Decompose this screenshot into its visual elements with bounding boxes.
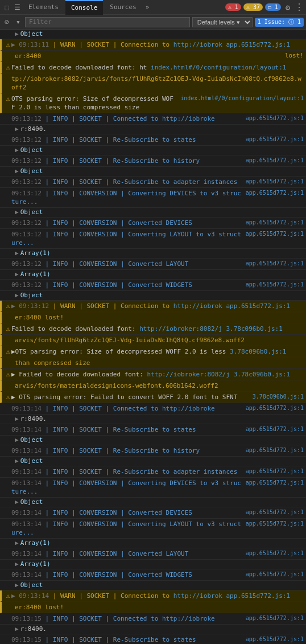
log-source[interactable]: app.6515d772.js:1: [246, 549, 304, 556]
log-link[interactable]: http://iobroker:8082/j: [147, 371, 230, 378]
log-link[interactable]: http://iobrok: [173, 592, 222, 600]
log-source[interactable]: app.6515d772.js:1: [246, 425, 304, 432]
settings-icon[interactable]: ⚙: [283, 3, 292, 12]
log-source[interactable]: app.6515d772.js:1: [246, 404, 304, 411]
log-entry-ots2: ⚠ ▶OTS parsing error: Size of decompress…: [0, 346, 306, 358]
log-source[interactable]: app.6515d772.js:1: [246, 446, 304, 453]
object-label: Object: [20, 30, 43, 38]
log-content: 09:13:14 | INFO | SOCKET | Re-Subscribe …: [11, 425, 242, 434]
log-source[interactable]: app.6515d772.js:1: [246, 520, 304, 527]
expand-array-layout1b[interactable]: ▶ Array(1): [0, 270, 306, 280]
log-link[interactable]: index.html#/0/configuration/layout:1: [151, 64, 286, 71]
log-source[interactable]: app.6515d772.js:1: [246, 508, 304, 515]
log-link[interactable]: http://iobrok: [173, 41, 222, 48]
object-label: Object: [20, 208, 43, 216]
console-log: ▶ Object ⚠ ▶ 09:13:11 | WARN | SOCKET | …: [0, 30, 306, 644]
warn-icon: ⚠: [4, 64, 12, 71]
expand-array-layout1[interactable]: ▶ Array(1): [0, 249, 306, 259]
log-content: 09:13:12 | INFO | CONVERSION | Convertin…: [11, 230, 242, 247]
log-source[interactable]: app.6515d772.js:1: [246, 571, 304, 577]
expand-arrow: ▶: [15, 539, 19, 547]
log-content: 09:13:14 | INFO | SOCKET | Re-Subscribe …: [11, 467, 242, 476]
log-source[interactable]: app.6515d772.js:1: [246, 178, 304, 184]
log-entry-convd-devices2: 09:13:14 | INFO | CONVERSION | Converted…: [0, 507, 306, 519]
log-entry-ots1: ⚠ OTS parsing error: Size of decompresse…: [0, 93, 306, 113]
log-source[interactable]: 3.78c096b0.js:1: [253, 393, 304, 400]
log-source[interactable]: app.6515d772.js:1: [246, 219, 304, 225]
log-source[interactable]: app.6515d772.js:1: [246, 467, 304, 474]
log-content: 09:13:12 | INFO | CONVERSION | Converted…: [11, 219, 242, 227]
log-source-link[interactable]: app.6515d772.js:1: [226, 41, 291, 48]
tab-sources[interactable]: Sources: [104, 0, 142, 15]
timestamp: 09:13:15: [11, 636, 42, 643]
inspect-icon[interactable]: ⬚: [2, 3, 11, 12]
timestamp: 09:13:12: [11, 136, 42, 143]
info-badge[interactable]: ◻ 1: [265, 3, 281, 11]
log-content: 09:13:12 | INFO | SOCKET | Re-Subscribe …: [11, 178, 242, 186]
log-link[interactable]: http://iobroke: [162, 615, 215, 622]
log-source-link[interactable]: 3.78c096b0.js:1: [234, 371, 290, 378]
log-source-link[interactable]: app.6515d772.js:1: [226, 592, 291, 600]
filter-toggle-button[interactable]: ▾: [14, 18, 23, 27]
expand-object-widgets2[interactable]: ▶ Object: [0, 581, 306, 590]
log-level-select[interactable]: Default levels ▾: [192, 17, 253, 27]
array-label: Array(1): [20, 560, 51, 568]
expand-object-widgets1[interactable]: ▶ Object: [0, 291, 306, 301]
level-label: | INFO | SOCKET | Re-Subscribe to states: [46, 636, 196, 643]
log-entry-connected1: 09:13:12 | INFO | SOCKET | Connected to …: [0, 113, 306, 125]
expand-arrow: ▶: [15, 167, 19, 175]
log-link[interactable]: http://iobroker:8082/j: [139, 325, 222, 333]
log-source[interactable]: app.6515d772.js:1: [246, 114, 304, 121]
expand-object-history2[interactable]: ▶ Object: [0, 457, 306, 466]
log-content: Failed to decode downloaded font: http:/…: [11, 325, 304, 333]
log-link[interactable]: http://iobrok: [173, 302, 222, 310]
timestamp: 09:13:12: [11, 178, 42, 186]
log-content: 09:13:14 | INFO | CONVERSION | Converted…: [11, 571, 242, 579]
log-source[interactable]: app.6515d772.js:1: [246, 136, 304, 142]
log-source[interactable]: app.6515d772.js:1: [246, 614, 304, 621]
log-source[interactable]: app.6515d772.js:1: [246, 635, 304, 642]
warn-badge[interactable]: ⚠ 37: [243, 3, 263, 11]
timestamp: 09:13:15: [11, 615, 42, 622]
expand-object-history1[interactable]: ▶ Object: [0, 167, 306, 177]
log-source[interactable]: index.html#/0/configuration/layout:1: [180, 95, 304, 101]
log-entry-connected2: 09:13:14 | INFO | SOCKET | Connected to …: [0, 403, 306, 415]
error-badge[interactable]: ⚠ 1: [225, 3, 241, 11]
expand-object-conv-devices2[interactable]: ▶ Object: [0, 498, 306, 507]
expand-object-states1[interactable]: ▶ Object: [0, 146, 306, 155]
expand-object-row[interactable]: ▶ Object: [0, 30, 306, 39]
expand-arrow: ▶: [15, 498, 19, 506]
device-icon[interactable]: ☰: [13, 3, 22, 12]
tab-console[interactable]: Console: [65, 0, 103, 15]
timestamp: 09:13:14: [11, 468, 42, 475]
log-source[interactable]: app.6515d772.js:1: [246, 189, 304, 196]
more-tabs-icon[interactable]: »: [143, 3, 152, 11]
expand-object-conv-devices1[interactable]: ▶ Object: [0, 208, 306, 218]
filter-input[interactable]: [25, 17, 190, 27]
log-link[interactable]: http://iobroke: [162, 115, 215, 122]
log-source[interactable]: app.6515d772.js:1: [246, 479, 304, 486]
log-source[interactable]: app.6515d772.js:1: [246, 230, 304, 237]
expand-arrow: ▶: [15, 208, 19, 216]
clear-console-button[interactable]: ⊘: [2, 18, 11, 27]
issue-badge[interactable]: 1 Issue: ⓘ 1: [255, 18, 304, 27]
log-source[interactable]: app.6515d772.js:1: [246, 260, 304, 266]
expand-array-layout2b[interactable]: ▶ Array(1): [0, 560, 306, 569]
log-source-link[interactable]: app.6515d772.js:1: [226, 302, 291, 310]
more-icon[interactable]: ⋮: [295, 2, 304, 13]
expand-object-states2[interactable]: ▶ Object: [0, 436, 306, 445]
tab-elements[interactable]: Elements: [23, 0, 64, 15]
log-link[interactable]: http://iobroke: [162, 405, 215, 412]
log-content: er:8400 lost!: [11, 313, 304, 322]
log-source-link[interactable]: 3.78c096b0.js:1: [230, 348, 286, 355]
timestamp: 09:13:14: [11, 479, 42, 487]
warn-icon: ⚠: [4, 592, 12, 600]
expand-row-r8400c[interactable]: ▶ r:8400.: [0, 625, 306, 634]
expand-row-r8400[interactable]: ▶ r:8400.: [0, 125, 306, 134]
expand-row-r8400b[interactable]: ▶ r:8400.: [0, 415, 306, 424]
log-source-link2[interactable]: 3.78c096b0.js:1: [226, 325, 283, 333]
expand-array-layout2[interactable]: ▶ Array(1): [0, 539, 306, 548]
log-source[interactable]: app.6515d772.js:1: [246, 157, 304, 163]
object-label: Object: [20, 457, 43, 465]
log-source[interactable]: app.6515d772.js:1: [246, 281, 304, 288]
